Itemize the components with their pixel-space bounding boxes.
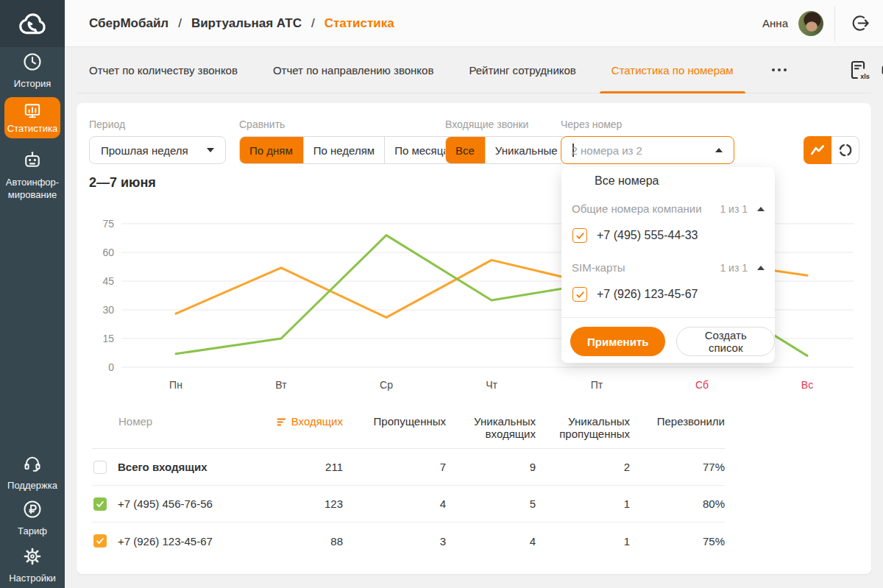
group-count: 1 из 1 — [720, 203, 748, 215]
svg-text:0: 0 — [108, 361, 114, 373]
svg-text:30: 30 — [102, 304, 114, 316]
chevron-down-icon — [207, 148, 214, 152]
donut-chart-view-button[interactable] — [831, 136, 859, 164]
print-button[interactable] — [879, 60, 883, 80]
period-select[interactable]: Прошлая неделя — [89, 136, 226, 164]
logout-button[interactable] — [851, 13, 870, 33]
cell-incoming: 211 — [236, 461, 343, 473]
column-unique-incoming[interactable]: Уникальныхвходящих — [446, 401, 536, 448]
breadcrumb-separator: / — [311, 16, 315, 31]
dropdown-actions: Применить Создать список — [570, 327, 775, 356]
group-sim-cards[interactable]: SIM-карты 1 из 1 — [572, 261, 765, 274]
table-row-number: +7 (926) 123-45-67 88 3 4 1 75% — [92, 523, 725, 559]
cell-unique-incoming: 4 — [446, 535, 536, 548]
avatar[interactable] — [798, 11, 823, 36]
via-number-input[interactable]: 2 номера из 2 — [561, 136, 734, 164]
tab-calls-count-report[interactable]: Отчет по количеству звонков — [89, 47, 238, 93]
top-header: СберМобайл / Виртуальная АТС / Статистик… — [65, 0, 883, 47]
svg-text:75: 75 — [102, 218, 114, 230]
column-called-back[interactable]: Перезвонили — [630, 401, 725, 448]
cell-missed: 3 — [343, 535, 446, 548]
row-checkbox-green-checked[interactable] — [93, 497, 107, 511]
more-tabs-icon[interactable] — [769, 65, 790, 74]
xls-label: xls — [860, 73, 870, 80]
column-incoming[interactable]: Входящих — [236, 401, 343, 448]
breadcrumb-item[interactable]: Виртуальная АТС — [191, 16, 302, 31]
breadcrumb: СберМобайл / Виртуальная АТС / Статистик… — [89, 16, 394, 31]
incoming-all[interactable]: Все — [445, 136, 485, 164]
sort-descending-icon — [275, 416, 287, 428]
export-xls-button[interactable]: xls — [848, 59, 868, 81]
headset-icon — [22, 453, 43, 474]
compare-by-days[interactable]: По дням — [239, 136, 303, 164]
incoming-unique[interactable]: Уникальные — [485, 137, 567, 163]
collapse-icon[interactable] — [757, 207, 765, 211]
chevron-up-icon — [715, 148, 723, 152]
cell-missed: 4 — [343, 497, 446, 510]
app-window: История Статистика — [0, 0, 883, 588]
checkbox-checked[interactable] — [572, 228, 587, 243]
breadcrumb-current: Статистика — [325, 16, 394, 31]
sidebar-item-history[interactable]: История — [0, 52, 65, 90]
sidebar-item-label: Статистика — [7, 123, 57, 134]
incoming-calls-label: Входящие звонки — [445, 118, 528, 130]
number-option[interactable]: +7 (495) 555-44-33 — [572, 228, 698, 243]
cell-incoming: 88 — [236, 535, 343, 548]
tabbar-actions: xls — [769, 59, 883, 81]
row-name: Всего входящих — [118, 461, 208, 473]
table-row-number: +7 (495) 456-76-56 123 4 5 1 80% — [92, 486, 725, 523]
all-numbers-option[interactable]: Все номера — [595, 174, 659, 188]
period-value: Прошлая неделя — [101, 144, 188, 157]
sidebar: История Статистика — [0, 0, 65, 588]
row-checkbox-orange-checked[interactable] — [93, 534, 107, 548]
breadcrumb-item[interactable]: СберМобайл — [89, 16, 169, 31]
column-missed[interactable]: Пропущенных — [343, 401, 446, 448]
tab-calls-direction-report[interactable]: Отчет по направлению звонков — [273, 47, 433, 93]
period-label: Период — [89, 118, 125, 130]
collapse-icon[interactable] — [757, 266, 765, 270]
cell-called-back: 75% — [630, 535, 725, 548]
app-logo[interactable] — [0, 0, 65, 47]
cell-unique-incoming: 9 — [446, 461, 536, 473]
line-chart-view-button[interactable] — [804, 136, 831, 164]
cell-unique-missed: 1 — [536, 497, 630, 510]
checkbox-checked[interactable] — [572, 287, 587, 302]
compare-by-weeks[interactable]: По неделям — [303, 137, 384, 163]
chart-title: 2—7 июня — [89, 175, 156, 191]
number-option[interactable]: +7 (926) 123-45-67 — [572, 287, 698, 302]
sidebar-item-support[interactable]: Поддержка — [0, 453, 65, 492]
robot-icon — [21, 149, 43, 171]
tab-number-statistics[interactable]: Статистика по номерам — [611, 47, 734, 93]
user-zone: Анна — [762, 6, 870, 41]
user-name: Анна — [762, 17, 788, 29]
ruble-icon — [22, 499, 43, 520]
sidebar-item-settings[interactable]: Настройки — [0, 546, 65, 584]
compare-segmented-control: По дням По неделям По месяцам — [239, 136, 467, 164]
sidebar-item-statistics[interactable]: Статистика — [4, 97, 60, 138]
svg-text:Вс: Вс — [801, 379, 813, 391]
column-unique-missed[interactable]: Уникальныхпропущенных — [536, 401, 630, 448]
group-company-numbers[interactable]: Общие номера компании 1 из 1 — [572, 202, 765, 215]
stats-monitor-icon — [23, 102, 42, 121]
svg-text:60: 60 — [102, 247, 114, 258]
row-checkbox-unchecked[interactable] — [93, 461, 107, 474]
via-number-value: 2 номера из 2 — [572, 144, 715, 157]
apply-button[interactable]: Применить — [570, 327, 665, 356]
create-list-button[interactable]: Создать список — [676, 327, 775, 356]
cell-missed: 7 — [343, 461, 446, 473]
report-tabbar: Отчет по количеству звонков Отчет по нап… — [77, 47, 871, 93]
table-header: Номер Входящих Пропущенных Уникальныхвхо… — [92, 401, 725, 449]
incoming-segmented-control: Все Уникальные — [445, 136, 568, 164]
sidebar-item-autoinform[interactable]: Автоинфор-мирование — [0, 149, 65, 201]
cloud-phone-logo-icon — [15, 10, 49, 38]
tab-employee-rating[interactable]: Рейтинг сотрудников — [469, 47, 575, 93]
svg-text:Чт: Чт — [486, 379, 497, 391]
svg-text:15: 15 — [102, 333, 114, 344]
chart-view-toggle — [804, 136, 859, 164]
column-number[interactable]: Номер — [92, 401, 236, 448]
row-name: +7 (926) 123-45-67 — [118, 535, 213, 548]
row-name: +7 (495) 456-76-56 — [118, 497, 213, 510]
sidebar-item-label: Поддержка — [7, 479, 57, 492]
sidebar-item-tariff[interactable]: Тариф — [0, 499, 65, 537]
sidebar-item-label: Автоинфор-мирование — [6, 176, 59, 201]
